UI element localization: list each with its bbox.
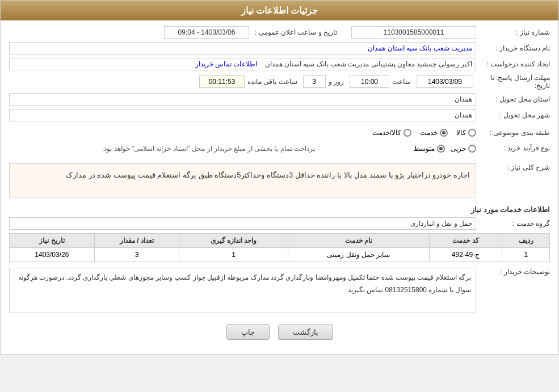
category-service-radio [440, 129, 448, 137]
deadline-row: مهلت ارسال پاسخ: تا تاریخ: 1403/03/09 سا… [9, 74, 550, 90]
process-type-row: نوع فرآیند خرید : جزیی متوسط پرداخت تمام… [9, 144, 550, 160]
creator-contact-link[interactable]: اطلاعات تماس خریدار [195, 60, 258, 68]
buyer-org-row: نام دستگاه خریدار : مدیریت شعب بانک سپه … [9, 42, 550, 54]
announce-value: 1403/03/06 - 09:04 [164, 26, 249, 39]
service-group-value: حمل و نقل و انبارداری [9, 217, 476, 230]
delivery-city-row: شهر محل تحویل : همدان [9, 109, 550, 121]
need-number-label: شماره نیاز : [476, 28, 550, 36]
process-partial-radio [468, 145, 476, 153]
category-service-label: خدمت [420, 129, 438, 137]
need-number-row: شماره نیاز : 1103001585000011 تاریخ و سا… [9, 26, 550, 39]
services-table: ردیف کد خدمت نام خدمت واحد اندازه گیری ت… [9, 233, 550, 262]
buyer-org-label: نام دستگاه خریدار : [476, 44, 550, 52]
category-label: طبقه بندی موضوعی : [476, 129, 550, 137]
table-cell-row: 1 [502, 248, 550, 262]
buyer-notes-section: توضیحات خریدار : برگه استعلام قیمت پیوست… [9, 268, 550, 313]
description-row: شرح کلی نیاز : اجاره خودرو دراختیار بژو … [9, 163, 550, 202]
category-radio-group: کالا خدمت کالا/خدمت [9, 129, 476, 137]
table-header-code: کد خدمت [429, 234, 502, 248]
deadline-label: مهلت ارسال پاسخ: تا تاریخ: [476, 74, 550, 90]
table-cell-unit: 1 [179, 248, 288, 262]
category-service-option: خدمت [420, 129, 448, 137]
table-header-row: ردیف [502, 234, 550, 248]
deadline-time-label: ساعت [392, 78, 411, 86]
table-header-name: نام خدمت [288, 234, 429, 248]
page-header: جزئیات اطلاعات نیاز [1, 1, 558, 20]
services-section-title: اطلاعات خدمات مورد نیاز [9, 205, 550, 214]
back-button[interactable]: بازگشت [278, 324, 333, 340]
table-header-date: تاریخ نیاز [10, 234, 95, 248]
delivery-city-label: شهر محل تحویل : [476, 111, 550, 119]
deadline-date: 1403/03/09 [417, 75, 473, 88]
deadline-remaining-label: ساعت باقی مانده [247, 78, 297, 86]
buyer-org-value: مدیریت شعب بانک سپه استان همدان [9, 42, 476, 54]
table-header-unit: واحد اندازه گیری [179, 234, 288, 248]
creator-text: اکبر رسولی جمشید معاون پشتیبانی مدیریت ش… [265, 60, 472, 68]
announce-label: تاریخ و ساعت اعلان عمومی : [249, 28, 340, 36]
deadline-days: 3 [303, 75, 326, 88]
process-type-label: نوع فرآیند خرید : [476, 144, 550, 152]
category-row: طبقه بندی موضوعی : کالا خدمت کالا/خدمت [9, 125, 550, 141]
delivery-city-value: همدان [9, 109, 476, 121]
service-group-row: گروه خدمت : حمل و نقل و انبارداری [9, 217, 550, 230]
table-row: 1ح-49-492سایر حمل ونقل زمینی131403/03/26 [10, 248, 550, 262]
category-goods-service-radio [404, 129, 411, 137]
delivery-province-row: استان محل تحویل : همدان [9, 93, 550, 106]
table-cell-code: ح-49-492 [429, 248, 502, 262]
print-button[interactable]: چاپ [226, 324, 270, 340]
category-goods-service-label: کالا/خدمت [372, 129, 401, 137]
deadline-time: 10:00 [350, 75, 389, 88]
category-goods-label: کالا [456, 129, 466, 137]
page-title: جزئیات اطلاعات نیاز [241, 6, 318, 15]
creator-row: ایجاد کننده درخواست : اکبر رسولی جمشید م… [9, 58, 550, 70]
process-partial-label: جزیی [451, 145, 466, 153]
delivery-province-value: همدان [9, 93, 476, 106]
deadline-days-label: روز و [329, 78, 344, 86]
category-goods-service-option: کالا/خدمت [372, 129, 411, 137]
table-header-quantity: تعداد / مقدار [94, 234, 179, 248]
buyer-notes-value: برگه استعلام قیمت پیوست شده حتما تکمیل و… [9, 268, 476, 313]
table-cell-name: سایر حمل ونقل زمینی [288, 248, 429, 262]
process-medium-radio [437, 145, 445, 153]
need-number-value: 1103001585000011 [351, 26, 476, 39]
creator-value: اکبر رسولی جمشید معاون پشتیبانی مدیریت ش… [9, 58, 476, 70]
table-cell-quantity: 3 [94, 248, 179, 262]
process-type-note: پرداخت تمام یا بخشی از مبلغ خریدار از مح… [102, 145, 315, 153]
category-goods-option: کالا [456, 129, 476, 137]
category-goods-radio [468, 129, 476, 137]
buyer-notes-label: توضیحات خریدار : [476, 268, 550, 313]
creator-label: ایجاد کننده درخواست : [476, 60, 550, 68]
description-label: شرح کلی نیاز : [476, 163, 550, 171]
deadline-remaining: 00:11:53 [199, 75, 245, 88]
delivery-province-label: استان محل تحویل : [476, 95, 550, 103]
service-group-label: گروه خدمت : [476, 220, 550, 227]
buttons-row: بازگشت چاپ [9, 319, 550, 348]
description-value: اجاره خودرو دراختیار بژو با سمند مدل بال… [9, 163, 476, 197]
process-medium-label: متوسط [414, 145, 435, 153]
table-cell-date: 1403/03/26 [10, 248, 95, 262]
